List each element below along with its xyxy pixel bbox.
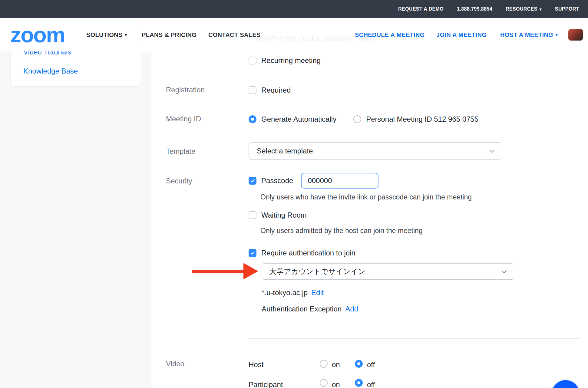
nav-plans-pricing[interactable]: PLANS & PRICING <box>142 31 197 38</box>
video-participant-label: Participant <box>249 380 283 388</box>
video-host-on-label: on <box>332 360 340 369</box>
check-icon <box>250 250 255 256</box>
auth-domain-value: *.u-tokyo.ac.jp <box>262 288 308 297</box>
recurring-meeting-row: Recurring meeting <box>249 56 321 65</box>
video-participant-on-radio[interactable] <box>320 379 328 387</box>
waiting-room-row: Waiting Room <box>249 211 307 220</box>
main-navigation: zoom SOLUTIONS ▾ PLANS & PRICING CONTACT… <box>0 18 588 51</box>
meeting-id-personal-label: Personal Meeting ID 512 965 0755 <box>366 115 478 124</box>
chevron-down-icon <box>502 268 507 273</box>
video-participant-off-radio[interactable] <box>355 379 363 387</box>
nav-schedule-meeting[interactable]: SCHEDULE A MEETING <box>355 31 425 38</box>
section-divider <box>248 338 580 339</box>
video-participant-on-label: on <box>332 380 340 388</box>
registration-required-label: Required <box>261 86 291 95</box>
nav-join-meeting[interactable]: JOIN A MEETING <box>436 31 487 38</box>
recurring-meeting-checkbox[interactable] <box>249 57 256 64</box>
zoom-logo[interactable]: zoom <box>10 24 65 46</box>
nav-solutions-label: SOLUTIONS <box>86 31 122 38</box>
support-link[interactable]: SUPPORT <box>555 6 579 12</box>
template-label: Template <box>166 147 195 156</box>
auth-domain-row: *.u-tokyo.ac.jp Edit <box>262 288 324 297</box>
meeting-id-generate-label: Generate Automatically <box>261 115 336 124</box>
caret-down-icon: ▾ <box>556 33 558 37</box>
nav-contact-sales[interactable]: CONTACT SALES <box>208 31 260 38</box>
video-host-off-label: off <box>367 360 375 369</box>
auth-exception-add-link[interactable]: Add <box>345 304 358 314</box>
auth-method-value: 大学アカウントでサインイン <box>269 267 365 276</box>
registration-label: Registration <box>166 85 205 94</box>
resources-label: RESOURCES <box>506 6 537 12</box>
template-select-value: Select a template <box>257 147 313 155</box>
recurring-meeting-label: Recurring meeting <box>261 56 321 65</box>
request-demo-link[interactable]: REQUEST A DEMO <box>398 6 444 12</box>
meeting-id-generate-radio[interactable] <box>249 115 256 123</box>
registration-row: Required <box>249 86 291 95</box>
passcode-input[interactable]: 000000 <box>301 173 378 189</box>
require-auth-row: Require authentication to join <box>249 248 355 258</box>
top-utility-bar: REQUEST A DEMO 1.888.799.8854 RESOURCES … <box>0 0 588 18</box>
meeting-id-row: Generate Automatically Personal Meeting … <box>249 115 478 124</box>
video-host-on-radio[interactable] <box>320 360 328 368</box>
video-host-label: Host <box>249 360 263 369</box>
video-label: Video <box>166 359 184 368</box>
meeting-id-personal-radio[interactable] <box>353 115 361 123</box>
passcode-checkbox[interactable] <box>249 177 256 185</box>
waiting-room-label: Waiting Room <box>261 211 307 220</box>
red-arrow-shaft <box>192 270 244 273</box>
meeting-id-label: Meeting ID <box>166 114 201 123</box>
nav-solutions[interactable]: SOLUTIONS ▾ <box>86 31 127 38</box>
text-cursor <box>333 176 333 185</box>
auth-exception-row: Authentication Exception Add <box>262 304 358 314</box>
auth-method-select[interactable]: 大学アカウントでサインイン <box>262 263 514 280</box>
passcode-help-text: Only users who have the invite link or p… <box>260 193 472 201</box>
video-host-off-radio[interactable] <box>355 360 363 368</box>
red-arrow-icon <box>243 263 258 279</box>
video-participant-off-label: off <box>367 380 375 388</box>
security-label: Security <box>166 176 192 186</box>
auth-domain-edit-link[interactable]: Edit <box>311 288 324 297</box>
caret-down-icon: ▾ <box>540 7 542 11</box>
waiting-room-checkbox[interactable] <box>249 211 256 219</box>
passcode-value: 000000 <box>308 176 332 185</box>
require-auth-label: Require authentication to join <box>261 248 355 258</box>
passcode-label: Passcode <box>261 176 293 185</box>
registration-required-checkbox[interactable] <box>249 86 256 94</box>
sidebar-item-knowledge-base[interactable]: Knowledge Base <box>23 67 78 76</box>
check-icon <box>250 178 255 183</box>
chevron-down-icon <box>490 148 495 153</box>
template-select[interactable]: Select a template <box>249 142 502 160</box>
zoom-schedule-meeting-page: (GMT+9:00) Osaka, Sapporo, Tokyo Recurri… <box>0 0 588 388</box>
auth-exception-label: Authentication Exception <box>262 304 342 314</box>
resources-menu[interactable]: RESOURCES ▾ <box>506 6 542 12</box>
phone-number: 1.888.799.8854 <box>457 6 492 12</box>
require-auth-checkbox[interactable] <box>249 249 256 257</box>
passcode-row: Passcode 000000 <box>249 173 378 189</box>
caret-down-icon: ▾ <box>125 33 127 37</box>
profile-avatar[interactable] <box>568 29 583 41</box>
waiting-room-help-text: Only users admitted by the host can join… <box>260 226 423 235</box>
nav-host-meeting-label: HOST A MEETING <box>500 31 553 38</box>
nav-host-meeting[interactable]: HOST A MEETING ▾ <box>500 31 558 38</box>
